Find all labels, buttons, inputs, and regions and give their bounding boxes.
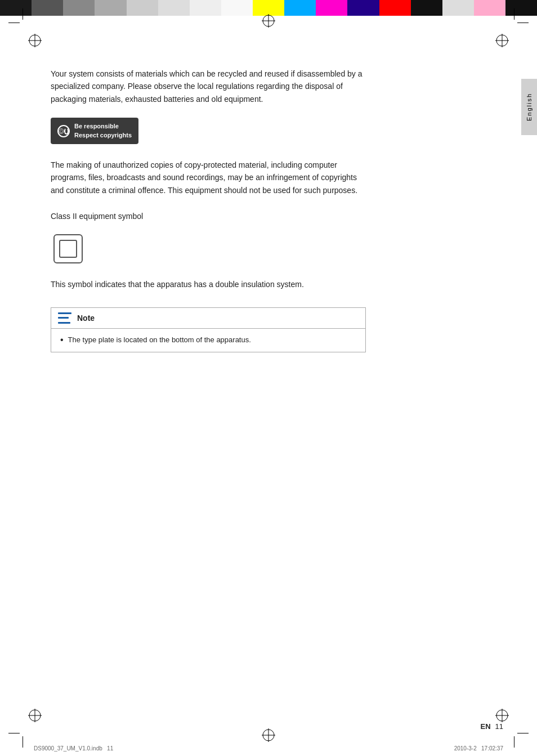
crop-mark-vbl [23, 736, 23, 748]
note-icon-bar-3 [58, 322, 70, 324]
crop-mark-vbr [514, 736, 514, 748]
bottom-info-bar: DS9000_37_UM_V1.0.indb 11 2010-3-2 17:02… [34, 745, 503, 751]
crop-mark-vtl [23, 8, 23, 20]
note-content: • The type plate is located on the botto… [51, 329, 365, 352]
crop-mark-tbl [8, 733, 20, 733]
color-bar [0, 0, 537, 16]
class-ii-symbol [53, 234, 83, 263]
note-icon-bar-2 [58, 317, 69, 319]
note-icon [58, 312, 71, 324]
reg-mark-top-left [28, 34, 42, 47]
note-title: Note [77, 314, 95, 323]
responsible-badge: Be responsible Respect copyrights [51, 118, 138, 144]
crop-mark-ttr [517, 23, 529, 23]
date-info: 2010-3-2 17:02:37 [454, 745, 503, 751]
file-info: DS9000_37_UM_V1.0.indb 11 [34, 745, 113, 751]
class-ii-inner-square [59, 240, 77, 258]
note-box: Note • The type plate is located on the … [51, 307, 366, 352]
reg-mark-bottom-left [28, 709, 42, 722]
crop-mark-ttl [8, 23, 20, 23]
copyright-paragraph: The making of unauthorized copies of cop… [51, 159, 366, 196]
double-insulation-paragraph: This symbol indicates that the apparatus… [51, 278, 366, 290]
badge-text: Be responsible Respect copyrights [74, 122, 132, 140]
note-item-1: • The type plate is located on the botto… [60, 334, 356, 346]
language-tab: English [521, 79, 537, 135]
intro-paragraph: Your system consists of materials which … [51, 68, 366, 105]
reg-mark-top-center [262, 14, 275, 28]
responsible-icon [57, 125, 70, 137]
crop-mark-tbr [517, 733, 529, 733]
page-footer: EN 11 [480, 722, 503, 731]
note-header: Note [51, 308, 365, 329]
reg-mark-bottom-center [262, 728, 275, 742]
crop-mark-vtr [514, 8, 514, 20]
page-en-label: EN [480, 722, 490, 731]
note-item-text-1: The type plate is located on the bottom … [68, 334, 251, 346]
note-icon-bar-1 [58, 312, 71, 314]
reg-mark-top-right [495, 34, 509, 47]
page-number: 11 [495, 722, 503, 731]
class-ii-label: Class II equipment symbol [51, 210, 503, 222]
main-content: Your system consists of materials which … [51, 68, 503, 711]
note-bullet-1: • [60, 334, 64, 346]
language-label: English [526, 93, 532, 121]
